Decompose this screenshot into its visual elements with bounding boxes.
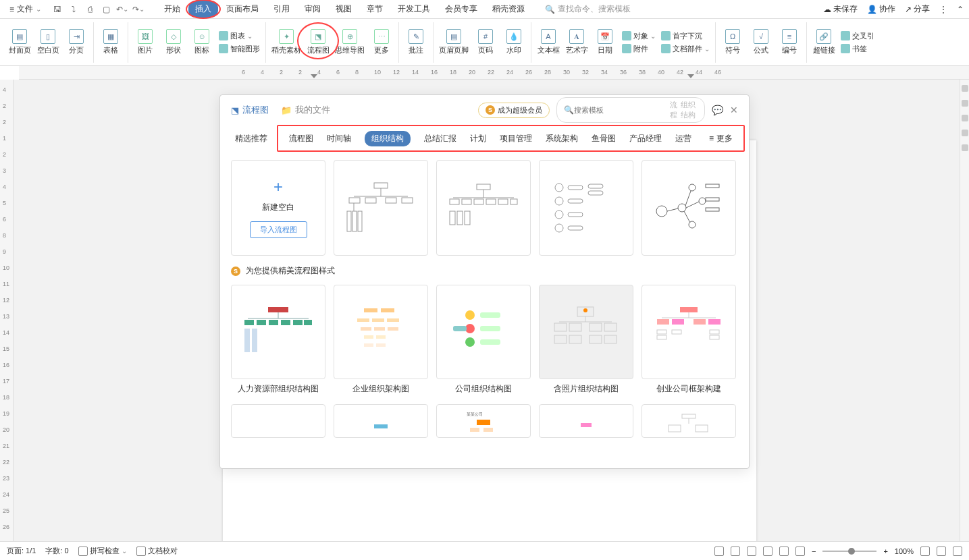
unsaved-indicator[interactable]: ☁未保存 [823,3,858,15]
command-search[interactable]: 🔍 查找命令、搜索模板 [545,3,631,15]
watermark-button[interactable]: 💧水印 [502,29,525,55]
redo-icon[interactable]: ↷⌄ [133,4,144,15]
search-input[interactable] [574,106,667,114]
page-break-button[interactable]: ⇥分页 [65,29,88,55]
blank-page-button[interactable]: ▯空白页 [36,29,59,55]
undo-icon[interactable]: ↶⌄ [117,4,128,15]
template-card[interactable] [436,160,531,256]
search-tag[interactable]: 组织结构 [681,100,698,120]
panel-body[interactable]: + 新建空白 导入流程图 S 为您提供精美流程图样式 人力资源部组织结构图 企业… [220,152,749,468]
template-card[interactable] [334,160,428,256]
header-footer-button[interactable]: ▤页眉页脚 [439,29,469,55]
icon-button[interactable]: ☺图标 [190,29,213,55]
share-button[interactable]: ↗分享 [905,3,930,15]
template-card[interactable] [539,404,633,438]
template-search[interactable]: 🔍 流程 组织结构 [556,97,705,123]
cat-summary[interactable]: 总结汇报 [424,133,456,144]
more-insert-button[interactable]: ⋯更多 [370,29,393,55]
tool-1[interactable] [962,85,968,92]
tool-4[interactable] [962,130,968,136]
vertical-ruler[interactable]: 4221234568910111213141516171819202122232… [0,80,14,541]
more-menu[interactable]: ⋮ [939,5,947,14]
mindmap-button[interactable]: ⊕思维导图 [335,29,365,55]
cat-ops[interactable]: 运营 [675,133,691,144]
tab-vip[interactable]: 会员专享 [438,1,484,18]
shape-button[interactable]: ◇形状 [162,29,185,55]
tab-reference[interactable]: 引用 [267,1,296,18]
preview-icon[interactable]: ▢ [101,4,111,15]
open-icon[interactable]: ⤵ [68,4,79,15]
tab-view[interactable]: 视图 [329,1,359,18]
save-icon[interactable]: 🖫 [52,4,63,15]
fit-icon[interactable] [920,547,930,556]
view-mode-2[interactable] [747,547,756,556]
doc-proof[interactable]: 文档校对 [136,546,178,556]
template-card[interactable] [539,285,633,379]
chat-icon[interactable]: 💬 [712,105,723,115]
symbol-button[interactable]: Ω符号 [721,29,744,55]
file-menu[interactable]: ≡文件⌄ [5,2,45,16]
cat-sysarch[interactable]: 系统架构 [546,133,578,144]
cat-fishbone[interactable]: 鱼骨图 [592,133,616,144]
zoom-level[interactable]: 100% [895,547,914,555]
table-button[interactable]: ▦表格 [99,29,122,55]
attachment-button[interactable]: 附件 [622,44,656,54]
tab-devtools[interactable]: 开发工具 [391,1,437,18]
cat-orgchart[interactable]: 组织结构 [365,131,411,146]
more-icon[interactable] [953,547,962,556]
cat-timeline[interactable]: 时间轴 [327,133,351,144]
indent-marker[interactable] [311,74,317,78]
horizontal-ruler[interactable]: 6422468101214161820222426283032343638404… [19,66,969,80]
panel-tab-myfiles[interactable]: 📁我的文件 [281,104,330,116]
tab-resources[interactable]: 稻壳资源 [486,1,531,18]
collab-button[interactable]: 👤协作 [867,3,895,15]
smartart-button[interactable]: 智能图形 [219,44,260,54]
page-number-button[interactable]: #页码 [474,29,497,55]
eye-icon[interactable] [714,547,724,556]
view-mode-5[interactable] [795,547,805,556]
cat-project[interactable]: 项目管理 [500,133,532,144]
tab-review[interactable]: 审阅 [298,1,328,18]
tool-3[interactable] [962,115,968,121]
template-card[interactable] [334,285,428,379]
picture-button[interactable]: 🖼图片 [134,29,157,55]
wordart-button[interactable]: 𝐀艺术字 [565,29,588,55]
view-mode-3[interactable] [763,547,772,556]
online-material-button[interactable]: ✦稻壳素材 [271,29,301,55]
zoom-out[interactable]: − [812,547,816,555]
fullscreen-icon[interactable] [937,547,946,556]
view-mode-1[interactable] [731,547,740,556]
template-card[interactable] [231,285,325,379]
cat-more[interactable]: ≡更多 [709,133,733,144]
tool-5[interactable] [962,144,968,151]
comment-button[interactable]: ✎批注 [404,29,427,55]
indent-marker-right[interactable] [687,74,694,78]
equation-button[interactable]: √公式 [750,29,772,55]
tab-chapter[interactable]: 章节 [360,1,390,18]
tab-start[interactable]: 开始 [157,1,187,18]
spell-check[interactable]: 拼写检查⌄ [78,546,127,556]
template-card[interactable] [231,404,325,438]
collapse-ribbon[interactable]: ⌃ [957,5,964,14]
word-count[interactable]: 字数: 0 [45,546,68,556]
cover-page-button[interactable]: ▤封面页 [8,29,31,55]
template-card[interactable] [334,404,428,438]
panel-tab-flowchart[interactable]: ⬔流程图 [231,104,269,116]
page-indicator[interactable]: 页面: 1/1 [7,546,36,556]
template-card[interactable] [436,285,531,379]
tab-layout[interactable]: 页面布局 [219,1,265,18]
template-card[interactable]: 某某公司 [436,404,531,438]
template-card[interactable] [641,404,736,438]
numbering-button[interactable]: ≡编号 [778,29,801,55]
cat-pm[interactable]: 产品经理 [629,133,662,144]
print-icon[interactable]: ⎙ [84,4,95,15]
tool-2[interactable] [962,100,968,107]
new-blank-card[interactable]: + 新建空白 导入流程图 [231,160,325,256]
vip-badge[interactable]: S成为超级会员 [478,103,550,118]
hyperlink-button[interactable]: 🔗超链接 [812,29,835,55]
template-card[interactable] [641,285,736,379]
zoom-slider[interactable] [822,551,876,552]
tab-insert[interactable]: 插入 [188,1,218,18]
cat-flowchart[interactable]: 流程图 [289,133,313,144]
template-card[interactable] [641,160,736,256]
